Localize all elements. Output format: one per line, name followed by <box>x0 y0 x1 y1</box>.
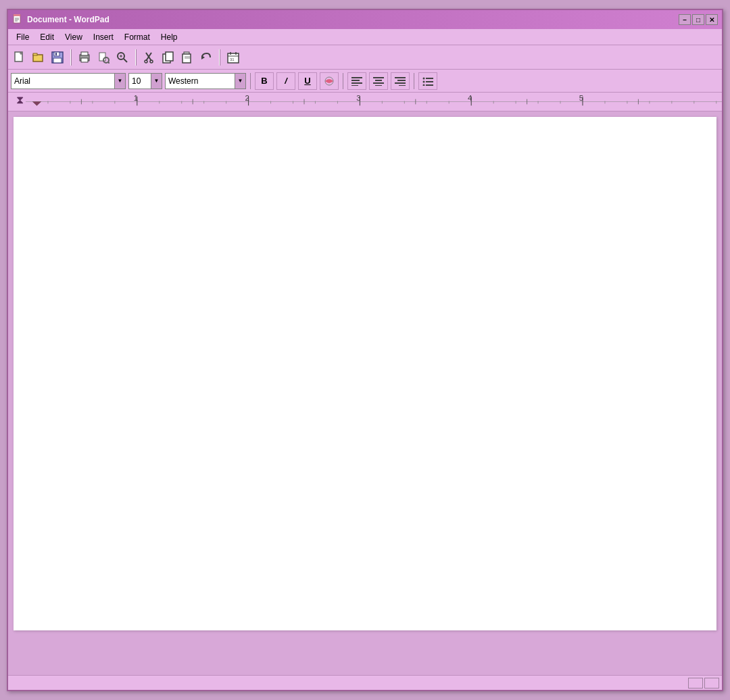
align-center-button[interactable] <box>369 72 388 90</box>
formatting-bar: Arial ▼ 10 ▼ Western ▼ B / U <box>8 70 722 93</box>
svg-text:2: 2 <box>245 94 249 102</box>
new-button[interactable] <box>11 49 28 66</box>
size-select-wrapper[interactable]: 10 ▼ <box>128 73 162 89</box>
save-button[interactable] <box>49 49 66 66</box>
menu-file[interactable]: File <box>11 31 34 43</box>
svg-rect-28 <box>166 52 173 61</box>
insert-date-button[interactable]: 31 <box>224 49 242 66</box>
open-button[interactable] <box>30 49 47 66</box>
minimize-button[interactable]: – <box>679 14 691 25</box>
svg-rect-14 <box>81 52 88 55</box>
bold-button[interactable]: B <box>255 72 274 90</box>
svg-point-25 <box>145 60 147 63</box>
title-bar-left: Document - WordPad <box>12 14 110 25</box>
toolbar: 31 <box>8 45 722 70</box>
svg-point-52 <box>423 77 425 79</box>
status-box-1 <box>688 678 703 689</box>
title-bar: Document - WordPad – □ ✕ <box>8 10 722 29</box>
print-preview-button[interactable] <box>95 49 112 66</box>
svg-line-20 <box>124 59 127 62</box>
svg-text:3: 3 <box>356 94 360 102</box>
color-button[interactable] <box>320 72 339 90</box>
cut-button[interactable] <box>141 49 158 66</box>
menu-bar: File Edit View Insert Format Help <box>8 29 722 45</box>
ruler-marks: 1 2 3 4 5 <box>26 93 722 111</box>
svg-line-18 <box>108 62 110 64</box>
undo-button[interactable] <box>197 49 215 66</box>
toolbar-sep-3 <box>219 49 220 66</box>
find-button[interactable] <box>114 49 131 66</box>
copy-button[interactable] <box>160 49 177 66</box>
svg-rect-12 <box>55 53 57 55</box>
menu-format[interactable]: Format <box>119 31 155 43</box>
menu-insert[interactable]: Insert <box>88 31 119 43</box>
charset-dropdown-arrow[interactable]: ▼ <box>235 74 245 89</box>
charset-name: Western <box>166 76 235 86</box>
svg-text:1: 1 <box>134 94 138 102</box>
svg-marker-101 <box>32 102 41 106</box>
toolbar-sep-2 <box>135 49 137 66</box>
menu-help[interactable]: Help <box>155 31 183 43</box>
svg-rect-8 <box>33 53 37 55</box>
paste-button[interactable] <box>178 49 196 66</box>
svg-text:4: 4 <box>468 94 472 102</box>
document-area <box>8 111 722 675</box>
format-sep-2 <box>343 73 343 89</box>
ruler: ⧗ 1 2 3 4 <box>8 93 722 111</box>
svg-point-26 <box>150 60 153 63</box>
svg-text:31: 31 <box>230 57 235 61</box>
window-controls: – □ ✕ <box>679 14 718 25</box>
app-icon <box>12 14 23 25</box>
font-select-wrapper[interactable]: Arial ▼ <box>11 73 126 89</box>
svg-rect-1 <box>14 14 20 16</box>
charset-select-wrapper[interactable]: Western ▼ <box>165 73 246 89</box>
print-button[interactable] <box>76 49 93 66</box>
font-name: Arial <box>11 76 114 86</box>
menu-edit[interactable]: Edit <box>34 31 59 43</box>
maximize-button[interactable]: □ <box>692 14 704 25</box>
font-size: 10 <box>129 76 151 86</box>
toolbar-sep-1 <box>70 49 72 66</box>
ruler-content: ⧗ 1 2 3 4 <box>16 93 722 111</box>
underline-button[interactable]: U <box>298 72 317 90</box>
wordpad-window: Document - WordPad – □ ✕ File Edit View … <box>7 9 723 691</box>
document-page[interactable] <box>14 117 716 630</box>
svg-rect-16 <box>99 53 105 61</box>
ruler-hourglass-icon: ⧗ <box>16 94 24 106</box>
status-bar <box>8 675 722 690</box>
menu-view[interactable]: View <box>59 31 88 43</box>
align-right-button[interactable] <box>391 72 410 90</box>
svg-rect-11 <box>53 58 62 63</box>
status-box-2 <box>704 678 719 689</box>
close-button[interactable]: ✕ <box>706 14 718 25</box>
window-title: Document - WordPad <box>27 15 110 24</box>
font-dropdown-arrow[interactable]: ▼ <box>114 74 125 89</box>
svg-text:5: 5 <box>579 94 583 102</box>
format-sep-3 <box>414 73 414 89</box>
bullets-button[interactable] <box>418 72 437 90</box>
svg-point-56 <box>423 84 425 86</box>
italic-button[interactable]: / <box>276 72 295 90</box>
svg-point-54 <box>423 80 425 82</box>
svg-rect-15 <box>81 58 88 62</box>
svg-marker-33 <box>201 55 205 59</box>
align-left-button[interactable] <box>347 72 366 90</box>
format-sep-1 <box>250 73 251 89</box>
size-dropdown-arrow[interactable]: ▼ <box>151 74 162 89</box>
